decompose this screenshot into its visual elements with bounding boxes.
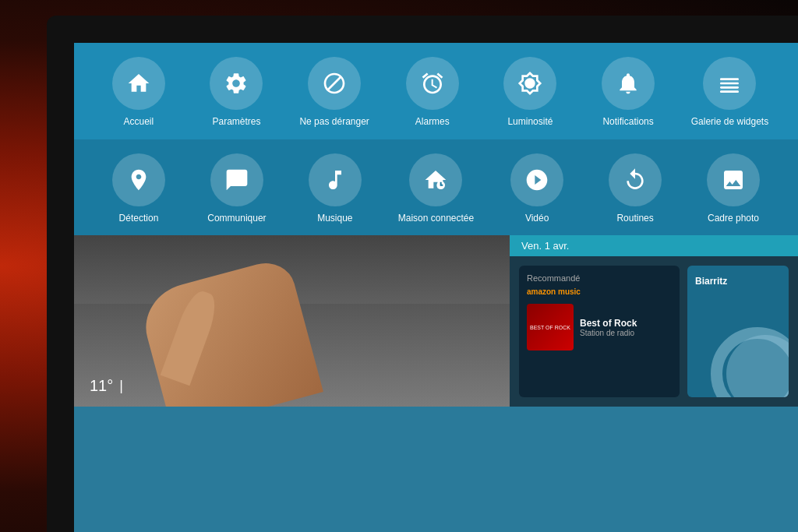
sidebar-item-ne-pas-deranger[interactable]: Ne pas déranger bbox=[299, 57, 369, 129]
widgets-icon bbox=[703, 57, 756, 110]
sidebar-item-accueil[interactable]: Accueil bbox=[104, 57, 174, 129]
parametres-label: Paramètres bbox=[212, 116, 260, 129]
video-label: Vidéo bbox=[525, 213, 549, 225]
communiquer-label: Communiquer bbox=[207, 213, 266, 225]
sidebar-item-parametres[interactable]: Paramètres bbox=[201, 57, 271, 129]
no-disturb-icon bbox=[308, 57, 361, 110]
recommended-card[interactable]: Recommandé amazon music BEST OF ROCK Bes… bbox=[519, 266, 680, 397]
alarmes-label: Alarmes bbox=[415, 116, 450, 129]
weather-separator: | bbox=[119, 378, 123, 394]
brightness-icon bbox=[503, 57, 556, 110]
sidebar-item-cadre-photo[interactable]: Cadre photo bbox=[698, 153, 768, 225]
date-bar: Ven. 1 avr. bbox=[510, 235, 798, 256]
alarm-icon bbox=[406, 57, 459, 110]
amazon-music-logo: amazon music bbox=[527, 287, 672, 296]
maison-connectee-label: Maison connectée bbox=[398, 213, 474, 225]
sidebar-item-detection[interactable]: Détection bbox=[104, 153, 174, 225]
cadre-photo-label: Cadre photo bbox=[708, 213, 759, 225]
sidebar-item-maison-connectee[interactable]: Maison connectée bbox=[398, 153, 474, 225]
current-date: Ven. 1 avr. bbox=[521, 240, 569, 252]
gear-icon bbox=[210, 57, 263, 110]
album-cover: BEST OF ROCK bbox=[527, 304, 574, 351]
bottom-right-panel: Ven. 1 avr. Recommandé amazon music BEST… bbox=[510, 235, 798, 407]
album-subtitle: Station de radio bbox=[580, 329, 637, 337]
detection-label: Détection bbox=[119, 213, 159, 225]
second-quick-access-bar: Détection Communiquer Musique Maison con… bbox=[74, 139, 798, 236]
galerie-widgets-label: Galerie de widgets bbox=[691, 116, 768, 129]
sidebar-item-communiquer[interactable]: Communiquer bbox=[202, 153, 272, 225]
play-icon bbox=[510, 153, 563, 206]
recommended-section: Recommandé amazon music BEST OF ROCK Bes… bbox=[510, 256, 798, 407]
sidebar-item-luminosite[interactable]: Luminosité bbox=[495, 57, 565, 129]
sidebar-item-video[interactable]: Vidéo bbox=[502, 153, 572, 225]
biarritz-card[interactable]: Biarritz bbox=[687, 266, 789, 397]
luminosite-label: Luminosité bbox=[507, 116, 553, 129]
home-connected-icon bbox=[409, 153, 462, 206]
musique-label: Musique bbox=[317, 213, 352, 225]
sidebar-item-alarmes[interactable]: Alarmes bbox=[397, 57, 468, 129]
home-icon bbox=[112, 57, 165, 110]
bottom-area: 11° | Ven. 1 avr. Recommandé amazon musi… bbox=[74, 235, 798, 407]
bell-icon bbox=[602, 57, 655, 110]
album-title: Best of Rock bbox=[580, 318, 637, 329]
sidebar-item-musique[interactable]: Musique bbox=[300, 153, 370, 225]
top-quick-access-bar: Accueil Paramètres Ne pas déranger Alarm… bbox=[74, 43, 798, 139]
sidebar-item-routines[interactable]: Routines bbox=[600, 153, 670, 225]
photo-frame-icon bbox=[707, 153, 760, 206]
ne-pas-deranger-label: Ne pas déranger bbox=[299, 116, 369, 129]
screen-bezel: Accueil Paramètres Ne pas déranger Alarm… bbox=[47, 16, 798, 532]
screen-content: Accueil Paramètres Ne pas déranger Alarm… bbox=[74, 43, 798, 532]
biarritz-label: Biarritz bbox=[695, 276, 727, 287]
weather-temp-display: 11° bbox=[90, 377, 113, 395]
recommended-label: Recommandé bbox=[527, 273, 672, 283]
routines-label: Routines bbox=[616, 213, 653, 225]
accueil-label: Accueil bbox=[123, 116, 154, 129]
detection-icon bbox=[112, 153, 165, 206]
chat-icon bbox=[210, 153, 263, 206]
music-icon bbox=[309, 153, 362, 206]
routines-icon bbox=[609, 153, 662, 206]
sidebar-item-notifications[interactable]: Notifications bbox=[593, 57, 663, 129]
notifications-label: Notifications bbox=[602, 116, 653, 129]
sidebar-item-galerie-widgets[interactable]: Galerie de widgets bbox=[691, 57, 768, 129]
bottom-left-photo: 11° | bbox=[74, 235, 510, 407]
